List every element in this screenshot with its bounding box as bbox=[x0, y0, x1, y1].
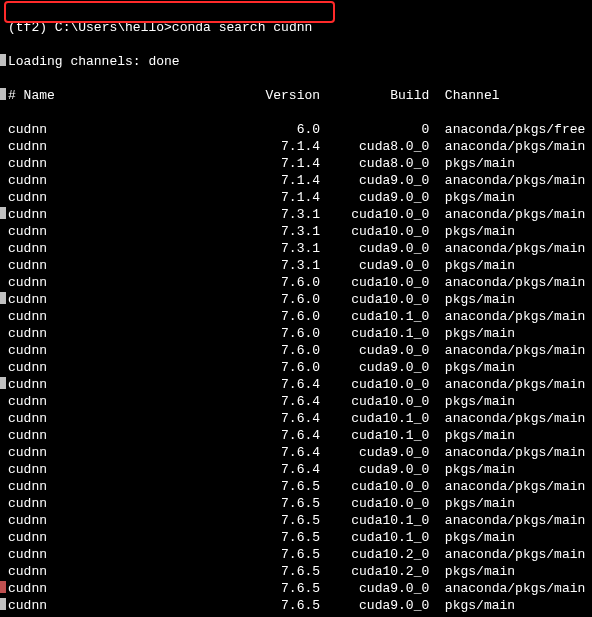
table-row: cudnn 7.3.1 cuda9.0_0 anaconda/pkgs/main bbox=[8, 240, 592, 257]
table-row: cudnn 7.6.4 cuda9.0_0 anaconda/pkgs/main bbox=[8, 444, 592, 461]
gutter-mark bbox=[0, 292, 6, 304]
prompt-path: C:\Users\hello bbox=[55, 20, 164, 35]
gutter-mark bbox=[0, 207, 6, 219]
table-row: cudnn 7.6.5 cuda9.0_0 anaconda/pkgs/main bbox=[8, 580, 592, 597]
table-row: cudnn 7.6.5 cuda10.1_0 pkgs/main bbox=[8, 529, 592, 546]
gutter-mark bbox=[0, 598, 6, 610]
table-row: cudnn 7.6.5 cuda10.0_0 anaconda/pkgs/mai… bbox=[8, 478, 592, 495]
table-row: cudnn 7.3.1 cuda10.0_0 anaconda/pkgs/mai… bbox=[8, 206, 592, 223]
table-row: cudnn 7.6.0 cuda10.0_0 pkgs/main bbox=[8, 291, 592, 308]
terminal-output[interactable]: (tf2) C:\Users\hello>conda search cudnn … bbox=[0, 0, 592, 617]
table-row: cudnn 7.6.0 cuda9.0_0 pkgs/main bbox=[8, 359, 592, 376]
prompt-line: (tf2) C:\Users\hello>conda search cudnn bbox=[8, 19, 592, 36]
table-row: cudnn 7.6.4 cuda10.0_0 anaconda/pkgs/mai… bbox=[8, 376, 592, 393]
table-row: cudnn 7.1.4 cuda9.0_0 anaconda/pkgs/main bbox=[8, 172, 592, 189]
loading-line: Loading channels: done bbox=[8, 53, 592, 70]
table-row: cudnn 7.6.4 cuda9.0_0 pkgs/main bbox=[8, 461, 592, 478]
table-row: cudnn 7.6.0 cuda10.1_0 pkgs/main bbox=[8, 325, 592, 342]
table-row: cudnn 7.6.5 cuda10.2_0 anaconda/pkgs/mai… bbox=[8, 546, 592, 563]
table-row: cudnn 7.1.4 cuda8.0_0 anaconda/pkgs/main bbox=[8, 138, 592, 155]
gutter-mark bbox=[0, 88, 6, 100]
table-row: cudnn 7.1.4 cuda8.0_0 pkgs/main bbox=[8, 155, 592, 172]
gutter-mark bbox=[0, 581, 6, 593]
table-row: cudnn 7.6.4 cuda10.1_0 pkgs/main bbox=[8, 427, 592, 444]
gutter-mark bbox=[0, 54, 6, 66]
gutter-mark bbox=[0, 377, 6, 389]
table-header: # Name Version Build Channel bbox=[8, 87, 592, 104]
table-row: cudnn 6.0 0 anaconda/pkgs/free bbox=[8, 121, 592, 138]
prompt-command: conda search cudnn bbox=[172, 20, 312, 35]
table-row: cudnn 7.6.4 cuda10.1_0 anaconda/pkgs/mai… bbox=[8, 410, 592, 427]
editor-gutter bbox=[0, 0, 6, 617]
table-row: cudnn 7.6.4 cuda10.0_0 pkgs/main bbox=[8, 393, 592, 410]
table-row: cudnn 7.6.5 cuda9.0_0 pkgs/main bbox=[8, 597, 592, 614]
table-row: cudnn 7.6.0 cuda10.1_0 anaconda/pkgs/mai… bbox=[8, 308, 592, 325]
table-row: cudnn 7.1.4 cuda9.0_0 pkgs/main bbox=[8, 189, 592, 206]
prompt-env: (tf2) bbox=[8, 20, 47, 35]
table-row: cudnn 7.3.1 cuda10.0_0 pkgs/main bbox=[8, 223, 592, 240]
table-row: cudnn 7.6.5 cuda10.2_0 pkgs/main bbox=[8, 563, 592, 580]
table-row: cudnn 7.6.0 cuda9.0_0 anaconda/pkgs/main bbox=[8, 342, 592, 359]
table-row: cudnn 7.3.1 cuda9.0_0 pkgs/main bbox=[8, 257, 592, 274]
table-row: cudnn 7.6.0 cuda10.0_0 anaconda/pkgs/mai… bbox=[8, 274, 592, 291]
table-row: cudnn 7.6.5 cuda10.0_0 pkgs/main bbox=[8, 495, 592, 512]
table-row: cudnn 7.6.5 cuda10.1_0 anaconda/pkgs/mai… bbox=[8, 512, 592, 529]
